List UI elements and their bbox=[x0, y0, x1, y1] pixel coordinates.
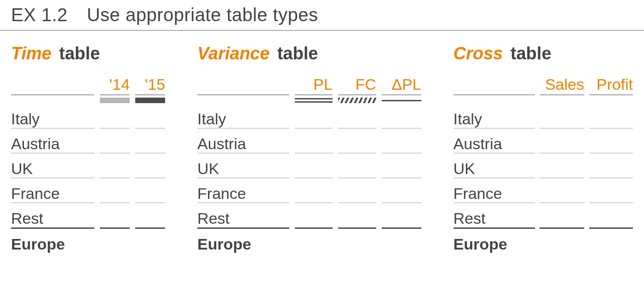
row-label: Rest bbox=[454, 203, 535, 228]
time-col-15: '15 bbox=[135, 76, 165, 94]
variance-title: Variance table bbox=[197, 44, 421, 64]
row-label: France bbox=[197, 178, 289, 203]
variance-title-rest: table bbox=[277, 44, 318, 63]
cross-title-rest: table bbox=[511, 44, 552, 63]
row-label: Rest bbox=[11, 203, 94, 228]
variance-title-hl: Variance bbox=[197, 44, 270, 63]
variance-table: PL FC ΔPL Italy Austria UK France Rest bbox=[197, 76, 421, 253]
cross-title: Cross table bbox=[454, 44, 633, 64]
time-col-14: '14 bbox=[100, 76, 130, 94]
marker-double-icon bbox=[295, 98, 333, 103]
marker-light-icon bbox=[100, 98, 130, 103]
variance-col-pl: PL bbox=[295, 76, 333, 94]
row-label: Austria bbox=[197, 128, 289, 153]
page-title: Use appropriate table types bbox=[87, 5, 318, 25]
marker-dark-icon bbox=[135, 98, 165, 103]
row-label: UK bbox=[454, 153, 535, 178]
time-block: Time table '14 '15 Italy Austria bbox=[11, 44, 165, 253]
time-title: Time table bbox=[11, 44, 165, 64]
row-total: Europe bbox=[11, 228, 94, 254]
time-title-rest: table bbox=[59, 44, 100, 63]
variance-col-dpl: ΔPL bbox=[382, 76, 421, 94]
row-label: UK bbox=[197, 153, 289, 178]
row-label: Italy bbox=[454, 104, 535, 128]
exhibit-code: EX 1.2 bbox=[11, 5, 68, 25]
time-title-hl: Time bbox=[11, 44, 52, 63]
row-label: France bbox=[11, 178, 94, 203]
cross-block: Cross table Sales Profit Italy Austria U… bbox=[454, 44, 633, 253]
cross-col-profit: Profit bbox=[589, 76, 633, 94]
variance-block: Variance table PL FC ΔPL bbox=[197, 44, 421, 253]
variance-col-fc: FC bbox=[338, 76, 376, 94]
row-label: Italy bbox=[197, 104, 289, 128]
row-label: Rest bbox=[197, 203, 289, 228]
marker-thin-icon bbox=[382, 100, 421, 101]
row-label: Austria bbox=[11, 128, 94, 153]
time-table: '14 '15 Italy Austria UK France Rest Eur… bbox=[11, 76, 165, 253]
cross-title-hl: Cross bbox=[454, 44, 503, 63]
row-total: Europe bbox=[197, 228, 289, 254]
columns: Time table '14 '15 Italy Austria bbox=[0, 31, 644, 253]
row-label: UK bbox=[11, 153, 94, 178]
row-label: France bbox=[454, 178, 535, 203]
row-label: Italy bbox=[11, 104, 94, 128]
cross-col-sales: Sales bbox=[540, 76, 584, 94]
marker-hatch-icon bbox=[338, 98, 376, 103]
cross-table: Sales Profit Italy Austria UK France Res… bbox=[454, 76, 633, 253]
row-total: Europe bbox=[454, 228, 535, 254]
page-header: EX 1.2 Use appropriate table types bbox=[0, 0, 644, 28]
row-label: Austria bbox=[454, 128, 535, 153]
